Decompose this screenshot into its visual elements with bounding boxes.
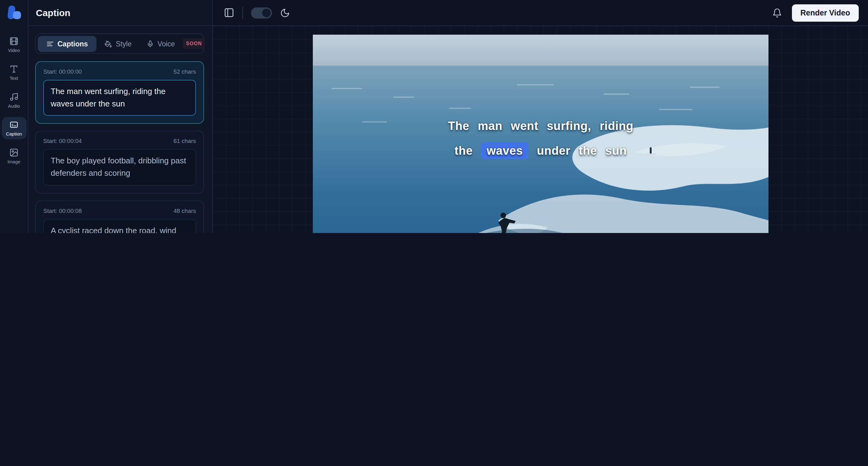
rail-item-video[interactable]: Video: [2, 33, 26, 56]
video-preview[interactable]: The man went surfing, riding the waves u…: [313, 35, 769, 233]
panel-left-icon: [224, 7, 234, 18]
rail-label: Caption: [6, 131, 22, 137]
caption-card[interactable]: Start: 00:00:08 48 chars A cyclist raced…: [35, 200, 204, 233]
caption-char-count: 48 chars: [174, 207, 196, 214]
rail-label: Audio: [8, 103, 20, 109]
theme-toggle[interactable]: [251, 7, 272, 18]
caption-char-count: 61 chars: [174, 138, 196, 145]
icon-rail: Video Text Audio Caption: [0, 0, 28, 233]
tab-voice[interactable]: Voice: [140, 36, 182, 52]
moon-icon: [280, 8, 290, 18]
caption-panel: Caption Captions Style Voice S: [28, 0, 213, 233]
panel-toggle-button[interactable]: [224, 7, 234, 18]
rail-label: Video: [8, 48, 20, 53]
render-video-button[interactable]: Render Video: [792, 4, 859, 21]
preview-canvas: The man went surfing, riding the waves u…: [213, 26, 868, 233]
tab-label: Voice: [158, 40, 175, 47]
caption-line-2: the waves under the sun: [313, 139, 769, 164]
rail-label: Text: [9, 76, 18, 81]
caption-card[interactable]: Start: 00:00:04 61 chars The boy played …: [35, 131, 204, 194]
caption-text-input[interactable]: A cyclist raced down the road, wind rush…: [43, 219, 196, 233]
editor-topbar: Render Video: [213, 0, 868, 26]
music-icon: [9, 92, 19, 101]
tab-label: Style: [116, 40, 131, 47]
list-icon: [46, 40, 54, 47]
bell-icon: [772, 8, 782, 18]
notifications-button[interactable]: [772, 8, 782, 18]
rail-item-image[interactable]: Image: [2, 145, 26, 167]
mic-icon: [147, 40, 154, 47]
app-logo[interactable]: [0, 0, 28, 26]
logo-icon: [6, 5, 22, 21]
caption-start-time: Start: 00:00:00: [43, 68, 82, 75]
divider: [242, 6, 243, 19]
caption-card[interactable]: Start: 00:00:00 52 chars The man went su…: [35, 61, 204, 124]
type-icon: [9, 64, 19, 74]
paint-bucket-icon: [104, 40, 112, 47]
film-icon: [9, 36, 19, 46]
tab-label: Captions: [58, 40, 88, 47]
rail-label: Image: [7, 159, 21, 165]
video-caption-overlay: The man went surfing, riding the waves u…: [313, 114, 769, 164]
caption-start-time: Start: 00:00:04: [43, 138, 82, 145]
tab-captions[interactable]: Captions: [38, 36, 96, 52]
caption-start-time: Start: 00:00:08: [43, 207, 82, 214]
app-window: Video Text Audio Caption: [0, 0, 868, 233]
caption-char-count: 52 chars: [174, 68, 196, 75]
tab-style[interactable]: Style: [98, 36, 138, 52]
highlighted-word: waves: [481, 142, 528, 159]
caption-text-input[interactable]: The man went surfing, riding the waves u…: [43, 80, 196, 116]
captions-icon: [9, 120, 19, 129]
toggle-knob: [262, 8, 271, 17]
caption-line-1: The man went surfing, riding: [313, 114, 769, 139]
rail-item-audio[interactable]: Audio: [2, 89, 26, 111]
panel-header: Caption: [28, 0, 212, 26]
editor-area: Render Video: [213, 0, 868, 233]
rail-item-caption[interactable]: Caption: [2, 117, 26, 139]
caption-list: Start: 00:00:00 52 chars The man went su…: [35, 61, 204, 233]
image-icon: [9, 148, 19, 157]
caption-text-input[interactable]: The boy played football, dribbling past …: [43, 149, 196, 186]
page-title: Caption: [36, 7, 70, 18]
soon-badge: SOON: [183, 38, 205, 49]
rail-item-text[interactable]: Text: [2, 61, 26, 84]
panel-tabs: Captions Style Voice SOON: [35, 33, 204, 54]
